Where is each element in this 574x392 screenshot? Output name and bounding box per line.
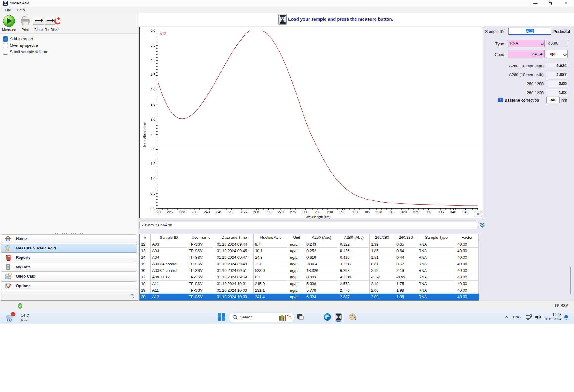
reblank-button[interactable]: Re-Blank xyxy=(44,14,60,32)
column-header-factor[interactable]: Factor xyxy=(456,234,479,241)
cell: 1.99 xyxy=(370,241,395,248)
close-button[interactable]: × xyxy=(561,1,570,6)
start-button[interactable] xyxy=(217,313,226,321)
chart-collapse-button[interactable]: « xyxy=(474,211,482,217)
weather-condition: Rain xyxy=(21,318,29,323)
cell: 0.65 xyxy=(395,241,417,248)
column-header-user-name[interactable]: User name xyxy=(187,234,215,241)
cell: 19 xyxy=(140,287,151,294)
table-row[interactable]: 15A03 04 controlTP-SSV01.10.2024 09:49-0… xyxy=(140,261,479,267)
cast-icon[interactable] xyxy=(526,314,532,320)
paint-app-button[interactable] xyxy=(349,313,357,321)
cell: 13.326 xyxy=(305,267,338,274)
x-tick-label: 340 xyxy=(448,210,458,214)
crosshair-vertical[interactable] xyxy=(318,31,318,209)
baseline-wavelength-input[interactable]: 340 xyxy=(546,97,560,103)
cell: ng/µl xyxy=(288,267,305,274)
column-header-nucleic-acid[interactable]: Nucleic Acid xyxy=(254,234,288,241)
checkbox-box[interactable]: ✓ xyxy=(3,36,8,42)
table-scrollbar[interactable] xyxy=(570,267,571,294)
x-tick-mark xyxy=(478,209,478,210)
cell: RNA xyxy=(417,287,456,294)
factor-value: 40.00 xyxy=(548,41,558,45)
home-icon xyxy=(4,235,12,242)
cell: 40.00 xyxy=(456,294,479,300)
checkbox-box[interactable] xyxy=(3,50,8,55)
search-icon xyxy=(233,315,238,320)
x-tick-label: 250 xyxy=(226,210,236,214)
tray-chevron-up-icon[interactable]: ᨈ xyxy=(505,315,508,319)
column-header-[interactable]: # xyxy=(140,234,151,241)
column-header-a260-abs[interactable]: A260 (Abs) xyxy=(305,234,338,241)
table-row[interactable]: 19A11TP-SSV01.10.2024 10:03231.1ng/µl5.7… xyxy=(140,287,479,294)
taskbar: 1 14°C Rain Search xyxy=(0,311,574,324)
weather-widget[interactable]: 1 14°C Rain xyxy=(4,312,52,323)
menu-help[interactable]: Help xyxy=(15,7,27,13)
table-row[interactable]: 18A11TP-SSV01.10.2024 10:01215.9ng/µl5.3… xyxy=(140,281,479,287)
cell: 2.10 xyxy=(370,281,395,287)
readout-expand-button[interactable] xyxy=(479,221,486,229)
sidebar-item-my-data[interactable]: My Data xyxy=(1,263,137,272)
sidebar-item-home[interactable]: Home xyxy=(1,234,137,243)
language-indicator[interactable]: ENG xyxy=(513,315,521,319)
sidebar-item-oligo-calc[interactable]: Oligo Calc xyxy=(1,272,137,281)
type-select[interactable]: RNA xyxy=(508,40,545,47)
baseline-checkbox[interactable]: ✓ xyxy=(498,98,503,102)
column-header-sample-id[interactable]: Sample ID xyxy=(151,234,187,241)
table-row[interactable]: 13A03TP-SSV01.10.2024 09:4510.1ng/µl0.25… xyxy=(140,248,479,254)
weather-text: 14°C Rain xyxy=(21,313,29,323)
x-tick-label: 320 xyxy=(399,210,409,214)
type-value: RNA xyxy=(510,41,518,45)
restore-button[interactable] xyxy=(546,1,555,6)
clock-widget[interactable]: 10:03 01.10.2024 xyxy=(535,313,561,321)
measure-icon xyxy=(3,15,15,27)
sidebar-item-measure-nucleic-acid[interactable]: Measure Nucleic Acid xyxy=(1,244,137,253)
edge-browser-button[interactable] xyxy=(323,313,332,321)
column-header-date-and-time[interactable]: Date and Time xyxy=(215,234,254,241)
unit-select[interactable]: ng/µl xyxy=(546,50,568,58)
table-row[interactable]: 12A03TP-SSV01.10.2024 09:449.7ng/µl0.243… xyxy=(140,241,479,248)
sidebar-item-options[interactable]: Options xyxy=(1,281,137,290)
cell: 40.00 xyxy=(456,287,479,294)
sidebar-item-reports[interactable]: Reports xyxy=(1,253,137,262)
x-tick-mark xyxy=(367,209,367,210)
cell: 01.10.2024 10:03 xyxy=(215,294,254,300)
crosshair-horizontal[interactable] xyxy=(158,148,482,148)
chevron-down-icon xyxy=(563,52,567,56)
cell: 6.034 xyxy=(305,294,338,300)
checkbox-box[interactable] xyxy=(3,43,8,48)
notification-bell-icon[interactable] xyxy=(563,314,569,320)
cell: RNA xyxy=(417,281,456,287)
column-header-sample-type[interactable]: Sample Type xyxy=(417,234,456,241)
y-tick-label: 2.0 xyxy=(145,147,155,151)
column-header-260-230[interactable]: 260/230 xyxy=(395,234,417,241)
cell: 01.10.2024 09:51 xyxy=(215,267,254,274)
cell: 15 xyxy=(140,261,151,267)
minimize-button[interactable]: — xyxy=(531,1,540,6)
factor-field[interactable]: 40.00 xyxy=(546,40,568,47)
menu-file[interactable]: File xyxy=(3,7,13,13)
active-app-indicator xyxy=(336,321,341,322)
cell: 01.10.2024 09:47 xyxy=(215,254,254,261)
sample-id-input[interactable]: A12 xyxy=(508,28,551,35)
cell: -0.1 xyxy=(254,261,288,267)
x-tick-label: 245 xyxy=(214,210,224,214)
cell: TP-SSV xyxy=(187,294,215,300)
x-tick-label: 265 xyxy=(263,210,274,214)
table-row[interactable]: 20A12TP-SSV01.10.2024 10:03241.4ng/µl6.0… xyxy=(140,294,479,300)
task-view-button[interactable] xyxy=(297,313,305,321)
table-row[interactable]: 16A03 04 controlTP-SSV01.10.2024 09:5153… xyxy=(140,267,479,274)
search-box[interactable]: Search xyxy=(229,313,294,322)
sidebar-collapse-bar[interactable]: »⌄ xyxy=(1,292,138,301)
conc-field[interactable]: 241.4 xyxy=(508,50,545,58)
column-header-260-280[interactable]: 260/280 xyxy=(370,234,395,241)
measure-button[interactable]: Measure xyxy=(1,14,17,32)
cell: 24.8 xyxy=(254,254,288,261)
table-row[interactable]: 14A04TP-SSV01.10.2024 09:4724.8ng/µl0.61… xyxy=(140,254,479,261)
table-row[interactable]: 17A09 11 12TP-SSV01.10.2024 09:590.1ng/µ… xyxy=(140,274,479,281)
cell: 533.0 xyxy=(254,267,288,274)
column-header-unit[interactable]: Unit xyxy=(288,234,305,241)
spectrum-chart[interactable]: 10mm Absorbance 0.00.51.01.52.02.53.03.5… xyxy=(139,27,483,218)
nucleic-acid-app-button[interactable] xyxy=(333,312,344,323)
column-header-a280-abs[interactable]: A280 (Abs) xyxy=(338,234,370,241)
